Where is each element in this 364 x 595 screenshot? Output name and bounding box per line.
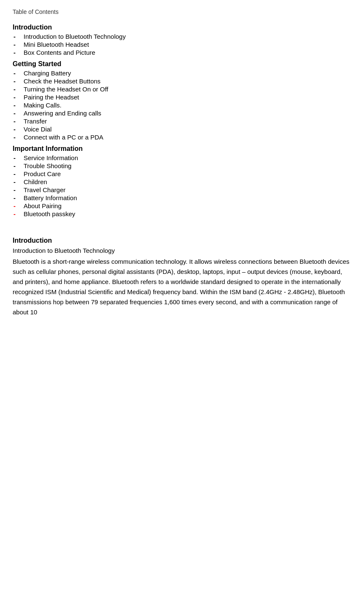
list-dash: - <box>13 78 21 85</box>
list-dash: - <box>13 186 21 193</box>
list-item-text: Children <box>24 178 47 185</box>
list-item: -Connect with a PC or a PDA <box>13 134 351 141</box>
list-dash: - <box>13 202 21 209</box>
list-item-text: Travel Charger <box>24 186 65 193</box>
toc-section-list-2: -Service Information-Trouble Shooting-Pr… <box>13 154 351 217</box>
list-item: -Introduction to Bluetooth Technology <box>13 33 351 40</box>
toc-section-list-0: -Introduction to Bluetooth Technology-Mi… <box>13 33 351 56</box>
toc-section-heading-0: Introduction <box>13 24 351 31</box>
table-of-contents: Introduction-Introduction to Bluetooth T… <box>13 24 351 217</box>
list-item-text: Connect with a PC or a PDA <box>24 134 103 141</box>
list-item-text: Bluetooth passkey <box>24 210 75 217</box>
intro-body: Bluetooth is a short-range wireless comm… <box>13 257 351 317</box>
list-item: -Trouble Shooting <box>13 162 351 169</box>
list-item-text: Trouble Shooting <box>24 162 72 169</box>
list-dash: - <box>13 118 21 125</box>
list-item: -Box Contents and Picture <box>13 49 351 56</box>
spacer <box>13 220 351 233</box>
list-item-text: Voice Dial <box>24 126 52 133</box>
list-item-text: Charging Battery <box>24 70 71 77</box>
list-item: -Mini Bluetooth Headset <box>13 41 351 48</box>
list-dash: - <box>13 86 21 93</box>
list-dash: - <box>13 154 21 161</box>
list-item-text: Product Care <box>24 170 61 177</box>
page-title: Table of Contents <box>13 8 351 15</box>
toc-section-heading-2: Important Information <box>13 145 351 153</box>
list-dash: - <box>13 210 21 217</box>
list-dash: - <box>13 70 21 77</box>
list-dash: - <box>13 102 21 109</box>
list-item: -Bluetooth passkey <box>13 210 351 217</box>
list-item-text: Answering and Ending calls <box>24 110 101 117</box>
toc-section-heading-1: Getting Started <box>13 60 351 68</box>
toc-section-list-1: -Charging Battery-Check the Headset Butt… <box>13 70 351 141</box>
list-item: -Turning the Headset On or Off <box>13 86 351 93</box>
list-dash: - <box>13 170 21 177</box>
list-item-text: Mini Bluetooth Headset <box>24 41 89 48</box>
list-item-text: About Pairing <box>24 202 62 209</box>
list-item: -Service Information <box>13 154 351 161</box>
list-item: -Travel Charger <box>13 186 351 193</box>
list-item-text: Transfer <box>24 118 47 125</box>
list-item-text: Check the Headset Buttons <box>24 78 101 85</box>
list-dash: - <box>13 49 21 56</box>
list-dash: - <box>13 110 21 117</box>
list-item-text: Introduction to Bluetooth Technology <box>24 33 126 40</box>
list-item: -Children <box>13 178 351 185</box>
list-item: -Battery Information <box>13 194 351 201</box>
list-dash: - <box>13 126 21 133</box>
list-dash: - <box>13 94 21 101</box>
list-dash: - <box>13 41 21 48</box>
list-item: -About Pairing <box>13 202 351 209</box>
list-item-text: Box Contents and Picture <box>24 49 95 56</box>
list-item: -Pairing the Headset <box>13 94 351 101</box>
list-item-text: Service Information <box>24 154 78 161</box>
list-item: -Answering and Ending calls <box>13 110 351 117</box>
intro-section: Introduction Introduction to Bluetooth T… <box>13 237 351 317</box>
list-dash: - <box>13 178 21 185</box>
list-dash: - <box>13 194 21 201</box>
list-dash: - <box>13 162 21 169</box>
intro-subheading: Introduction to Bluetooth Technology <box>13 247 351 254</box>
intro-heading: Introduction <box>13 237 351 244</box>
list-item: -Transfer <box>13 118 351 125</box>
list-item-text: Battery Information <box>24 194 77 201</box>
list-item-text: Turning the Headset On or Off <box>24 86 108 93</box>
list-item: -Voice Dial <box>13 126 351 133</box>
list-item: -Charging Battery <box>13 70 351 77</box>
list-item-text: Making Calls. <box>24 102 62 109</box>
list-item: -Check the Headset Buttons <box>13 78 351 85</box>
list-item: -Making Calls. <box>13 102 351 109</box>
list-dash: - <box>13 33 21 40</box>
list-item: -Product Care <box>13 170 351 177</box>
list-item-text: Pairing the Headset <box>24 94 79 101</box>
list-dash: - <box>13 134 21 141</box>
